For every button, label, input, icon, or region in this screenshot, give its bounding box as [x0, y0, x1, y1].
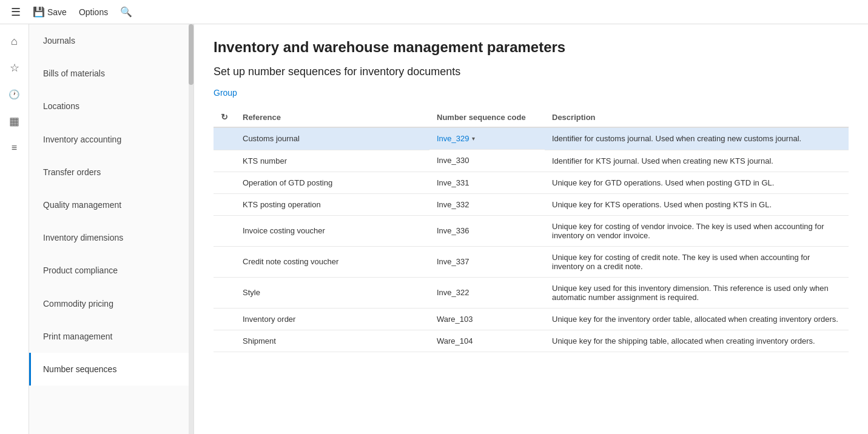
- row-description: Identifier for customs journal. Used whe…: [545, 127, 849, 150]
- row-reference: Style: [235, 277, 429, 308]
- content-body: Set up number sequences for inventory do…: [194, 65, 868, 434]
- row-description: Unique key for KTS operations. Used when…: [545, 193, 849, 215]
- row-code: Ware_104: [429, 330, 545, 352]
- table-row[interactable]: Style Inve_322 Unique key used for this …: [214, 277, 849, 308]
- save-icon: 💾: [33, 6, 45, 18]
- table-header-row: ↻ Reference Number sequence code Descrip…: [214, 107, 849, 127]
- row-code: Inve_336: [429, 215, 545, 246]
- save-button[interactable]: 💾 Save: [29, 4, 70, 20]
- workspaces-icon[interactable]: ▦: [2, 109, 27, 133]
- toolbar: ☰ 💾 Save Options 🔍: [0, 0, 868, 24]
- sidebar-item-quality-management[interactable]: Quality management: [29, 189, 193, 221]
- row-description: Unique key for the inventory order table…: [545, 308, 849, 330]
- sidebar-item-inventory-accounting[interactable]: Inventory accounting: [29, 123, 193, 156]
- sidebar-item-bills-of-materials[interactable]: Bills of materials: [29, 57, 193, 90]
- sidebar-item-inventory-dimensions[interactable]: Inventory dimensions: [29, 221, 193, 254]
- content-area: Inventory and warehouse management param…: [194, 24, 868, 434]
- row-reference: KTS number: [235, 150, 429, 172]
- recent-icon[interactable]: 🕐: [2, 82, 27, 107]
- sidebar-item-print-management[interactable]: Print management: [29, 320, 193, 353]
- icon-strip: ⌂ ☆ 🕐 ▦ ≡: [0, 24, 29, 434]
- row-description: Unique key for the shipping table, alloc…: [545, 330, 849, 352]
- row-indicator-cell: [214, 215, 235, 246]
- sidebar-item-label: Inventory dimensions: [43, 233, 123, 242]
- row-reference: KTS posting operation: [235, 193, 429, 215]
- table-row[interactable]: Shipment Ware_104 Unique key for the shi…: [214, 330, 849, 352]
- nav-panel: Journals Bills of materials Locations In…: [29, 24, 194, 434]
- row-reference: Customs journal: [235, 127, 429, 150]
- home-icon[interactable]: ⌂: [2, 29, 27, 53]
- col-code-header: Number sequence code: [429, 107, 545, 127]
- sidebar-item-label: Number sequences: [43, 364, 116, 374]
- modules-icon[interactable]: ≡: [2, 136, 27, 160]
- refresh-icon[interactable]: ↻: [221, 112, 228, 122]
- table-row[interactable]: Credit note costing voucher Inve_337 Uni…: [214, 246, 849, 277]
- options-button[interactable]: Options: [75, 5, 112, 19]
- row-code: Inve_330: [429, 150, 545, 172]
- sidebar-item-label: Print management: [43, 332, 112, 341]
- sidebar-item-number-sequences[interactable]: Number sequences: [29, 353, 193, 386]
- row-reference: Shipment: [235, 330, 429, 352]
- search-icon: 🔍: [120, 6, 132, 18]
- sidebar-item-label: Bills of materials: [43, 68, 105, 78]
- sidebar-item-product-compliance[interactable]: Product compliance: [29, 254, 193, 287]
- row-indicator-cell: [214, 246, 235, 277]
- hamburger-icon: ☰: [11, 5, 21, 19]
- sidebar-item-label: Transfer orders: [43, 167, 101, 177]
- col-reference-header: Reference: [235, 107, 429, 127]
- col-description-header: Description: [545, 107, 849, 127]
- row-reference: Inventory order: [235, 308, 429, 330]
- sidebar-item-label: Commodity pricing: [43, 299, 113, 309]
- table-row[interactable]: Customs journal Inve_329 ▾ Identifier fo…: [214, 127, 849, 150]
- row-code: Inve_331: [429, 172, 545, 193]
- row-description: Identifier for KTS journal. Used when cr…: [545, 150, 849, 172]
- sidebar-item-journals[interactable]: Journals: [29, 24, 193, 57]
- row-indicator-cell: [214, 127, 235, 150]
- table-row[interactable]: Invoice costing voucher Inve_336 Unique …: [214, 215, 849, 246]
- sidebar-item-label: Product compliance: [43, 265, 118, 275]
- row-indicator-cell: [214, 330, 235, 352]
- options-label: Options: [79, 7, 108, 17]
- sidebar-item-commodity-pricing[interactable]: Commodity pricing: [29, 287, 193, 320]
- table-row[interactable]: Operation of GTD posting Inve_331 Unique…: [214, 172, 849, 193]
- row-indicator-cell: [214, 277, 235, 308]
- dropdown-icon[interactable]: ▾: [472, 135, 475, 142]
- row-reference: Invoice costing voucher: [235, 215, 429, 246]
- section-title: Set up number sequences for inventory do…: [214, 65, 849, 78]
- row-indicator-cell: [214, 150, 235, 172]
- row-code: Inve_322: [429, 277, 545, 308]
- row-indicator-cell: [214, 193, 235, 215]
- page-title: Inventory and warehouse management param…: [194, 24, 868, 65]
- save-label: Save: [47, 7, 67, 17]
- row-indicator-cell: [214, 172, 235, 193]
- sidebar-item-locations[interactable]: Locations: [29, 90, 193, 122]
- favorites-icon[interactable]: ☆: [2, 56, 27, 80]
- row-description: Unique key used for this inventory dimen…: [545, 277, 849, 308]
- sidebar-item-label: Locations: [43, 101, 79, 111]
- row-indicator-cell: [214, 308, 235, 330]
- hamburger-menu-button[interactable]: ☰: [7, 3, 24, 21]
- sidebar-item-label: Journals: [43, 36, 75, 45]
- row-code: Inve_329 ▾: [429, 128, 545, 150]
- row-reference: Operation of GTD posting: [235, 172, 429, 193]
- sidebar-item-label: Inventory accounting: [43, 135, 121, 144]
- table-row[interactable]: KTS posting operation Inve_332 Unique ke…: [214, 193, 849, 215]
- row-description: Unique key for GTD operations. Used when…: [545, 172, 849, 193]
- row-description: Unique key for costing of credit note. T…: [545, 246, 849, 277]
- col-refresh-header: ↻: [214, 107, 235, 127]
- table-row[interactable]: Inventory order Ware_103 Unique key for …: [214, 308, 849, 330]
- row-code: Inve_337: [429, 246, 545, 277]
- sidebar-item-transfer-orders[interactable]: Transfer orders: [29, 156, 193, 189]
- row-code: Inve_332: [429, 193, 545, 215]
- sidebar-item-label: Quality management: [43, 200, 121, 210]
- row-reference: Credit note costing voucher: [235, 246, 429, 277]
- data-table: ↻ Reference Number sequence code Descrip…: [214, 107, 849, 352]
- row-code: Ware_103: [429, 308, 545, 330]
- row-description: Unique key for costing of vendor invoice…: [545, 215, 849, 246]
- group-link[interactable]: Group: [214, 88, 237, 98]
- table-row[interactable]: KTS number Inve_330 Identifier for KTS j…: [214, 150, 849, 172]
- search-button[interactable]: 🔍: [116, 4, 136, 20]
- nav-scroll[interactable]: Journals Bills of materials Locations In…: [29, 24, 193, 434]
